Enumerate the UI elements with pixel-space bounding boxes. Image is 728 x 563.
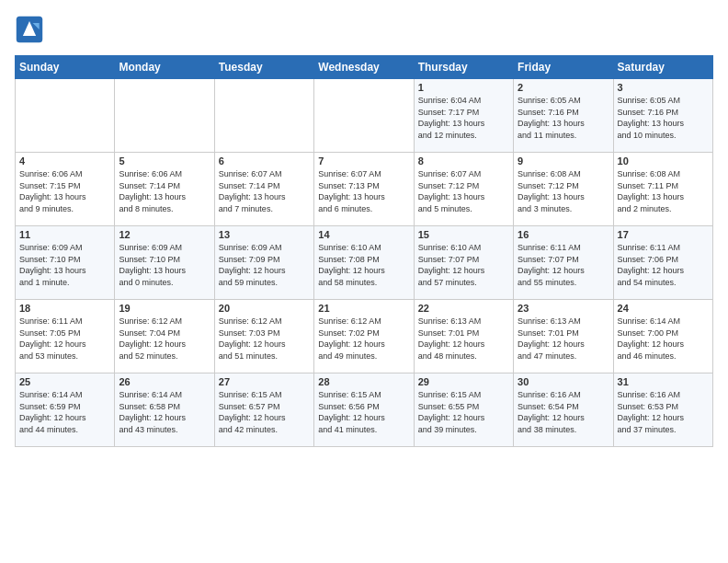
calendar-cell: 3Sunrise: 6:05 AM Sunset: 7:16 PM Daylig… [613,79,712,153]
logo [15,15,48,44]
day-number: 27 [219,376,310,387]
calendar-cell: 30Sunrise: 6:16 AM Sunset: 6:54 PM Dayli… [514,373,613,447]
calendar-cell: 28Sunrise: 6:15 AM Sunset: 6:56 PM Dayli… [314,373,414,447]
calendar-cell: 11Sunrise: 6:09 AM Sunset: 7:10 PM Dayli… [16,226,115,300]
day-number: 4 [19,155,110,167]
day-info: Sunrise: 6:15 AM Sunset: 6:57 PM Dayligh… [219,389,310,435]
calendar-week-2: 4Sunrise: 6:06 AM Sunset: 7:15 PM Daylig… [16,153,713,226]
day-number: 11 [19,229,110,240]
calendar-cell: 8Sunrise: 6:07 AM Sunset: 7:12 PM Daylig… [414,153,513,226]
day-number: 6 [219,155,310,167]
calendar-cell: 22Sunrise: 6:13 AM Sunset: 7:01 PM Dayli… [414,300,513,373]
calendar-cell: 15Sunrise: 6:10 AM Sunset: 7:07 PM Dayli… [414,226,513,300]
weekday-header-sunday: Sunday [16,56,115,79]
day-number: 3 [618,82,709,93]
day-info: Sunrise: 6:11 AM Sunset: 7:07 PM Dayligh… [518,242,609,288]
weekday-row: SundayMondayTuesdayWednesdayThursdayFrid… [16,56,713,79]
calendar-cell: 31Sunrise: 6:16 AM Sunset: 6:53 PM Dayli… [613,373,712,447]
day-number: 20 [219,303,310,314]
day-number: 22 [418,303,509,314]
day-number: 19 [119,303,210,314]
day-info: Sunrise: 6:09 AM Sunset: 7:09 PM Dayligh… [219,242,310,288]
day-number: 25 [19,376,110,387]
calendar-cell: 27Sunrise: 6:15 AM Sunset: 6:57 PM Dayli… [214,373,313,447]
calendar-week-3: 11Sunrise: 6:09 AM Sunset: 7:10 PM Dayli… [16,226,713,300]
calendar-cell: 24Sunrise: 6:14 AM Sunset: 7:00 PM Dayli… [613,300,712,373]
calendar-cell: 9Sunrise: 6:08 AM Sunset: 7:12 PM Daylig… [514,153,613,226]
day-number: 13 [219,229,310,240]
calendar-cell: 6Sunrise: 6:07 AM Sunset: 7:14 PM Daylig… [214,153,313,226]
day-info: Sunrise: 6:12 AM Sunset: 7:03 PM Dayligh… [219,316,310,362]
calendar-cell: 20Sunrise: 6:12 AM Sunset: 7:03 PM Dayli… [214,300,313,373]
calendar-week-4: 18Sunrise: 6:11 AM Sunset: 7:05 PM Dayli… [16,300,713,373]
day-info: Sunrise: 6:15 AM Sunset: 6:55 PM Dayligh… [418,389,509,435]
calendar-cell: 12Sunrise: 6:09 AM Sunset: 7:10 PM Dayli… [115,226,214,300]
calendar-cell [115,79,214,153]
calendar-body: 1Sunrise: 6:04 AM Sunset: 7:17 PM Daylig… [16,79,713,447]
day-number: 23 [518,303,609,314]
day-number: 8 [418,155,509,167]
day-number: 26 [119,376,210,387]
day-info: Sunrise: 6:08 AM Sunset: 7:11 PM Dayligh… [618,168,709,214]
day-info: Sunrise: 6:10 AM Sunset: 7:08 PM Dayligh… [318,242,409,288]
day-info: Sunrise: 6:09 AM Sunset: 7:10 PM Dayligh… [119,242,210,288]
day-info: Sunrise: 6:16 AM Sunset: 6:53 PM Dayligh… [618,389,709,435]
day-number: 5 [119,155,210,167]
day-number: 12 [119,229,210,240]
day-info: Sunrise: 6:04 AM Sunset: 7:17 PM Dayligh… [418,95,509,141]
page-header [15,15,713,44]
day-info: Sunrise: 6:07 AM Sunset: 7:14 PM Dayligh… [219,168,310,214]
calendar-cell [16,79,115,153]
day-number: 15 [418,229,509,240]
day-info: Sunrise: 6:14 AM Sunset: 6:59 PM Dayligh… [19,389,110,435]
day-number: 28 [318,376,409,387]
day-info: Sunrise: 6:15 AM Sunset: 6:56 PM Dayligh… [318,389,409,435]
calendar-cell [314,79,414,153]
calendar-cell [214,79,313,153]
weekday-header-wednesday: Wednesday [314,56,414,79]
weekday-header-friday: Friday [514,56,613,79]
day-info: Sunrise: 6:09 AM Sunset: 7:10 PM Dayligh… [19,242,110,288]
day-number: 31 [618,376,709,387]
calendar-cell: 5Sunrise: 6:06 AM Sunset: 7:14 PM Daylig… [115,153,214,226]
day-info: Sunrise: 6:13 AM Sunset: 7:01 PM Dayligh… [518,316,609,362]
day-info: Sunrise: 6:07 AM Sunset: 7:12 PM Dayligh… [418,168,509,214]
day-info: Sunrise: 6:14 AM Sunset: 6:58 PM Dayligh… [119,389,210,435]
calendar-table: SundayMondayTuesdayWednesdayThursdayFrid… [15,55,713,447]
day-number: 9 [518,155,609,167]
day-info: Sunrise: 6:06 AM Sunset: 7:15 PM Dayligh… [19,168,110,214]
day-info: Sunrise: 6:08 AM Sunset: 7:12 PM Dayligh… [518,168,609,214]
calendar-cell: 7Sunrise: 6:07 AM Sunset: 7:13 PM Daylig… [314,153,414,226]
day-number: 29 [418,376,509,387]
calendar-week-5: 25Sunrise: 6:14 AM Sunset: 6:59 PM Dayli… [16,373,713,447]
calendar-cell: 18Sunrise: 6:11 AM Sunset: 7:05 PM Dayli… [16,300,115,373]
calendar-cell: 25Sunrise: 6:14 AM Sunset: 6:59 PM Dayli… [16,373,115,447]
day-info: Sunrise: 6:11 AM Sunset: 7:06 PM Dayligh… [618,242,709,288]
day-info: Sunrise: 6:13 AM Sunset: 7:01 PM Dayligh… [418,316,509,362]
calendar-cell: 21Sunrise: 6:12 AM Sunset: 7:02 PM Dayli… [314,300,414,373]
calendar-cell: 10Sunrise: 6:08 AM Sunset: 7:11 PM Dayli… [613,153,712,226]
calendar-week-1: 1Sunrise: 6:04 AM Sunset: 7:17 PM Daylig… [16,79,713,153]
calendar-header: SundayMondayTuesdayWednesdayThursdayFrid… [16,56,713,79]
day-number: 1 [418,82,509,93]
day-info: Sunrise: 6:07 AM Sunset: 7:13 PM Dayligh… [318,168,409,214]
day-number: 17 [618,229,709,240]
day-number: 7 [318,155,409,167]
logo-icon [15,15,44,44]
calendar-cell: 4Sunrise: 6:06 AM Sunset: 7:15 PM Daylig… [16,153,115,226]
day-number: 18 [19,303,110,314]
day-info: Sunrise: 6:12 AM Sunset: 7:04 PM Dayligh… [119,316,210,362]
calendar-cell: 19Sunrise: 6:12 AM Sunset: 7:04 PM Dayli… [115,300,214,373]
calendar-cell: 1Sunrise: 6:04 AM Sunset: 7:17 PM Daylig… [414,79,513,153]
day-number: 2 [518,82,609,93]
calendar-cell: 16Sunrise: 6:11 AM Sunset: 7:07 PM Dayli… [514,226,613,300]
calendar-cell: 2Sunrise: 6:05 AM Sunset: 7:16 PM Daylig… [514,79,613,153]
day-number: 14 [318,229,409,240]
calendar-cell: 23Sunrise: 6:13 AM Sunset: 7:01 PM Dayli… [514,300,613,373]
day-info: Sunrise: 6:11 AM Sunset: 7:05 PM Dayligh… [19,316,110,362]
day-number: 24 [618,303,709,314]
weekday-header-tuesday: Tuesday [214,56,313,79]
day-info: Sunrise: 6:05 AM Sunset: 7:16 PM Dayligh… [618,95,709,141]
calendar-cell: 29Sunrise: 6:15 AM Sunset: 6:55 PM Dayli… [414,373,513,447]
weekday-header-saturday: Saturday [613,56,712,79]
